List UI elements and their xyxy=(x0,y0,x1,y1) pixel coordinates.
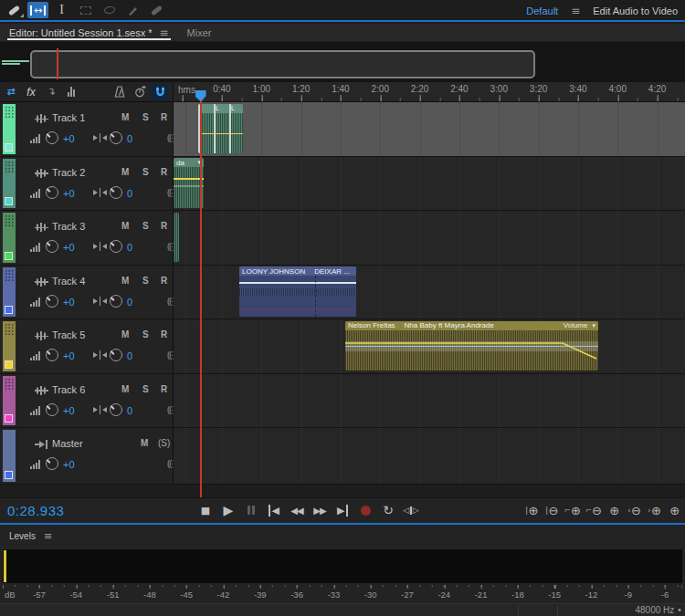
volume-knob[interactable] xyxy=(46,349,58,361)
track-color-chip[interactable] xyxy=(5,360,13,369)
timeline-ruler[interactable]: hms 0:401:001:201:402:002:202:403:003:20… xyxy=(174,82,685,102)
track-grip-handle[interactable] xyxy=(5,106,14,119)
volume-knob[interactable] xyxy=(46,186,58,199)
zoom-button[interactable]: ⊕ xyxy=(606,502,622,518)
record-button[interactable] xyxy=(355,501,375,519)
show-sends-icon[interactable]: ↴ xyxy=(42,84,60,100)
mute-button[interactable]: M xyxy=(121,384,129,394)
track-3-header[interactable]: Track 3 M S R ⋮ +0 0 ((·)) xyxy=(0,211,174,265)
master-track-lane[interactable] xyxy=(174,428,685,484)
mute-button[interactable]: M xyxy=(121,276,129,286)
track-name[interactable]: Track 3 xyxy=(52,221,85,232)
clip-track4[interactable]: LOONY JOHNSON DEIXAR ... ▾ xyxy=(239,266,356,317)
toggle-waveform-multitrack-icon[interactable]: ⇄ xyxy=(2,84,20,100)
move-to-start-button[interactable]: ◀ xyxy=(264,501,284,519)
track-grip-handle[interactable] xyxy=(5,161,14,173)
arm-record-button[interactable]: R xyxy=(161,384,167,394)
clip-track1-group[interactable]: L L xyxy=(198,104,243,154)
mute-button[interactable]: M xyxy=(121,167,129,177)
snap-magnet-icon[interactable] xyxy=(151,84,169,100)
master-track-header[interactable]: Master M (S) +0 ((·)) xyxy=(0,428,174,484)
zoom-button[interactable]: ‹⊖ xyxy=(627,502,642,518)
track-grip-handle[interactable] xyxy=(5,269,14,282)
track-1-lane[interactable]: L L xyxy=(174,102,685,156)
volume-knob[interactable] xyxy=(46,240,58,253)
ibeam-tool-icon[interactable]: I xyxy=(51,2,72,18)
pan-knob[interactable] xyxy=(110,295,122,308)
play-button[interactable]: ▶ xyxy=(218,501,238,519)
track-grip-handle[interactable] xyxy=(5,214,14,227)
zoom-button[interactable]: |⊕ xyxy=(524,502,540,518)
track-color-strip[interactable] xyxy=(3,430,16,482)
tab-levels[interactable]: Levels ≡ xyxy=(9,530,52,542)
track-color-strip[interactable] xyxy=(3,104,16,154)
track-5-lane[interactable]: Nelson Freitas Nha Baby ft Mayra Andrade… xyxy=(174,319,685,373)
tab-mixer[interactable]: Mixer xyxy=(178,24,221,41)
time-display[interactable]: 0:28.933 xyxy=(7,503,64,518)
track-name[interactable]: Track 5 xyxy=(52,329,85,340)
track-4-header[interactable]: Track 4 M S R ⋮ +0 0 ((·)) xyxy=(0,266,174,319)
pan-value[interactable]: 0 xyxy=(127,242,132,253)
workspace-edit-audio-to-video[interactable]: Edit Audio to Video xyxy=(593,5,678,16)
solo-button[interactable]: S xyxy=(142,276,149,286)
tab-editor[interactable]: Editor: Untitled Session 1.sesx * ≡ xyxy=(0,24,178,41)
track-name[interactable]: Master xyxy=(52,438,83,449)
pan-value[interactable]: 0 xyxy=(127,297,132,308)
volume-envelope-line[interactable] xyxy=(345,321,598,371)
playhead-line[interactable] xyxy=(200,91,202,497)
arm-record-button[interactable]: R xyxy=(161,112,167,122)
fast-forward-button[interactable]: ▶▶ xyxy=(310,501,330,519)
mute-button[interactable]: M xyxy=(121,221,129,231)
healing-brush-tool-icon[interactable] xyxy=(146,2,167,18)
panel-menu-icon[interactable]: ≡ xyxy=(160,26,169,39)
overdub-icon[interactable] xyxy=(131,84,149,100)
track-color-chip[interactable] xyxy=(5,414,13,423)
clip-track5[interactable]: Nelson Freitas Nha Baby ft Mayra Andrade… xyxy=(345,321,598,371)
mute-button[interactable]: M xyxy=(121,329,129,339)
pan-value[interactable]: 0 xyxy=(127,405,132,416)
level-meter[interactable] xyxy=(3,549,682,583)
time-selection-tool-icon[interactable]: ↔ xyxy=(27,2,48,18)
metronome-icon[interactable] xyxy=(111,84,129,100)
volume-value[interactable]: +0 xyxy=(63,405,75,416)
session-overview-navigator[interactable] xyxy=(0,42,685,82)
track-3-lane[interactable] xyxy=(174,211,685,265)
show-effects-icon[interactable]: fx xyxy=(22,84,40,100)
zoom-button[interactable]: |⊖ xyxy=(544,502,560,518)
arm-record-button[interactable]: R xyxy=(161,276,167,286)
arm-record-button[interactable]: R xyxy=(161,167,167,177)
volume-value[interactable]: +0 xyxy=(63,350,75,361)
solo-button[interactable]: S xyxy=(142,221,149,231)
track-color-chip[interactable] xyxy=(5,143,13,151)
ruler-format-label[interactable]: hms xyxy=(178,85,195,95)
zoom-button[interactable]: ⌐⊖ xyxy=(585,502,602,518)
mute-button[interactable]: M xyxy=(141,438,148,448)
volume-knob[interactable] xyxy=(46,131,58,144)
solo-button[interactable]: S xyxy=(142,167,149,177)
levels-panel-menu-icon[interactable]: ≡ xyxy=(44,530,52,542)
pan-knob[interactable] xyxy=(110,349,122,361)
volume-knob[interactable] xyxy=(46,295,58,308)
track-6-header[interactable]: Track 6 M S R ⋮ +0 0 ((·)) xyxy=(0,374,174,428)
pan-knob[interactable] xyxy=(110,240,122,253)
solo-button[interactable]: S xyxy=(142,112,149,122)
volume-value[interactable]: +0 xyxy=(63,459,75,470)
pan-value[interactable]: 0 xyxy=(127,188,132,199)
track-color-strip[interactable] xyxy=(3,159,16,209)
track-color-chip[interactable] xyxy=(5,471,13,479)
volume-value[interactable]: +0 xyxy=(63,188,75,199)
volume-knob[interactable] xyxy=(46,457,58,470)
arm-record-button[interactable]: R xyxy=(161,221,167,231)
zoom-button[interactable]: ⌐⊕ xyxy=(564,502,581,518)
track-color-chip[interactable] xyxy=(5,306,13,314)
track-name[interactable]: Track 2 xyxy=(52,167,85,178)
volume-knob[interactable] xyxy=(46,403,58,416)
pan-value[interactable]: 0 xyxy=(127,350,132,361)
pan-value[interactable]: 0 xyxy=(127,133,132,144)
pan-knob[interactable] xyxy=(110,131,122,144)
track-6-lane[interactable] xyxy=(174,374,685,428)
track-color-chip[interactable] xyxy=(5,197,13,205)
marquee-selection-tool-icon[interactable] xyxy=(75,2,96,18)
workspace-menu-icon[interactable]: ≡ xyxy=(571,5,580,17)
lasso-selection-tool-icon[interactable] xyxy=(99,2,120,18)
